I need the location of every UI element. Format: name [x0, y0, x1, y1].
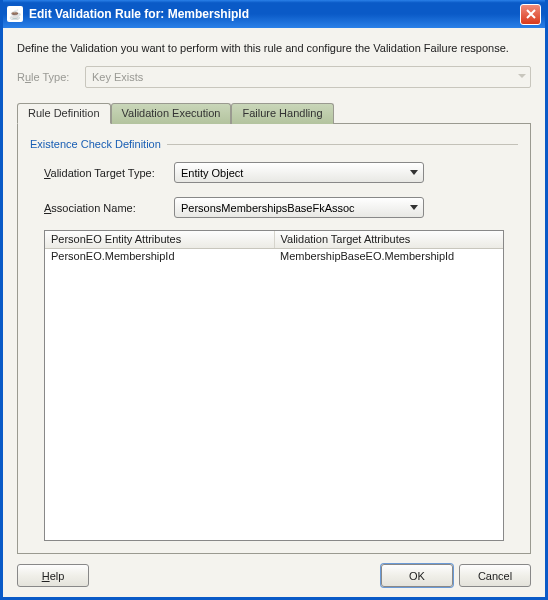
association-name-select[interactable]: PersonsMembershipsBaseFkAssoc [174, 197, 424, 218]
rule-type-value: Key Exists [92, 71, 143, 83]
titlebar: ☕ Edit Validation Rule for: MembershipId [3, 0, 545, 28]
ok-button[interactable]: OK [381, 564, 453, 587]
chevron-down-icon [518, 74, 526, 78]
tab-rule-definition[interactable]: Rule Definition [17, 103, 111, 124]
close-button[interactable] [520, 4, 541, 25]
tabs: Rule Definition Validation Execution Fai… [17, 103, 531, 124]
rule-type-select: Key Exists [85, 66, 531, 88]
table-row[interactable]: PersonEO.MembershipId MembershipBaseEO.M… [45, 249, 503, 265]
validation-target-type-select[interactable]: Entity Object [174, 162, 424, 183]
intro-text: Define the Validation you want to perfor… [17, 42, 531, 54]
tab-validation-execution[interactable]: Validation Execution [111, 103, 232, 124]
association-name-row: Association Name: PersonsMembershipsBase… [44, 197, 518, 218]
table-cell-entity: PersonEO.MembershipId [45, 249, 274, 265]
window-title: Edit Validation Rule for: MembershipId [29, 7, 520, 21]
existence-group-label: Existence Check Definition [30, 138, 518, 150]
table-header: PersonEO Entity Attributes Validation Ta… [45, 231, 503, 249]
rule-type-label: Rule Type: [17, 71, 85, 83]
validation-target-type-value: Entity Object [181, 167, 243, 179]
association-name-value: PersonsMembershipsBaseFkAssoc [181, 202, 355, 214]
rule-type-row: Rule Type: Key Exists [17, 66, 531, 88]
validation-target-type-label: Validation Target Type: [44, 167, 174, 179]
table-header-target-attrs[interactable]: Validation Target Attributes [275, 231, 504, 248]
association-name-label: Association Name: [44, 202, 174, 214]
java-icon: ☕ [7, 6, 23, 22]
chevron-down-icon [405, 199, 422, 216]
tab-failure-handling[interactable]: Failure Handling [231, 103, 333, 124]
tab-panel-definition: Existence Check Definition Validation Ta… [17, 123, 531, 554]
dialog-content: Define the Validation you want to perfor… [3, 28, 545, 597]
help-button[interactable]: Help [17, 564, 89, 587]
cancel-button[interactable]: Cancel [459, 564, 531, 587]
attributes-table: PersonEO Entity Attributes Validation Ta… [44, 230, 504, 541]
table-header-entity-attrs[interactable]: PersonEO Entity Attributes [45, 231, 275, 248]
dialog-window: ☕ Edit Validation Rule for: MembershipId… [0, 0, 548, 600]
validation-target-type-row: Validation Target Type: Entity Object [44, 162, 518, 183]
close-icon [526, 9, 536, 19]
chevron-down-icon [405, 164, 422, 181]
table-cell-target: MembershipBaseEO.MembershipId [274, 249, 503, 265]
dialog-footer: Help OK Cancel [17, 564, 531, 587]
